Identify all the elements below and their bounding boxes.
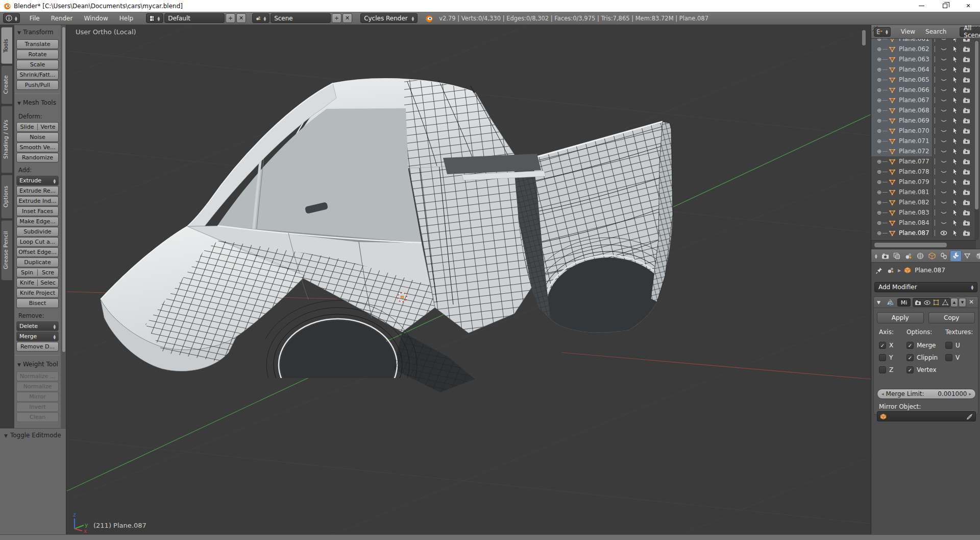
properties-tab-render[interactable] — [879, 250, 891, 262]
properties-tab-object[interactable] — [926, 250, 938, 262]
outliner-item-plane-072[interactable]: ⊕Plane.072 — [871, 146, 976, 156]
properties-tab-constraints[interactable] — [938, 250, 950, 262]
mirror-object-field[interactable] — [877, 411, 976, 421]
selectability-icon[interactable] — [949, 117, 961, 124]
outliner-menu-search[interactable]: Search — [920, 28, 951, 35]
renderability-icon[interactable] — [961, 158, 972, 165]
selectability-icon[interactable] — [949, 189, 961, 196]
slider-left-arrow-icon[interactable]: ◂ — [881, 391, 884, 396]
renderability-icon[interactable] — [961, 87, 972, 93]
outliner-item-plane-077[interactable]: ⊕Plane.077 — [871, 156, 976, 167]
expand-icon[interactable]: ⊕ — [876, 56, 883, 63]
properties-tab-object-data[interactable] — [962, 250, 973, 262]
selectability-icon[interactable] — [949, 168, 961, 175]
tool-button-push-pull[interactable]: Push/Pull — [16, 80, 59, 90]
layout-delete-button[interactable]: ✕ — [236, 13, 246, 23]
editor-type-button[interactable]: ▲▼ — [3, 13, 20, 23]
renderability-icon[interactable] — [961, 118, 972, 124]
visibility-off-icon[interactable] — [938, 139, 949, 144]
outliner-item-plane-062[interactable]: ⊕Plane.062 — [871, 44, 976, 54]
selectability-icon[interactable] — [949, 45, 961, 53]
renderability-icon[interactable] — [961, 189, 972, 195]
properties-tab-scene[interactable] — [903, 250, 915, 262]
checkbox-vertex[interactable]: ✓Vertex — [906, 364, 938, 376]
modifier-move-down-button[interactable]: ▼ — [959, 298, 966, 307]
renderability-icon[interactable] — [961, 66, 972, 73]
toolshelf-tab-shading-uvs[interactable]: Shading / UVs — [1, 106, 12, 173]
tool-button-knife-project[interactable]: Knife Project — [16, 288, 59, 298]
modifier-view-toggle[interactable] — [922, 300, 932, 305]
expand-icon[interactable]: ⊕ — [876, 138, 883, 145]
outliner-menu-view[interactable]: View — [896, 28, 920, 35]
expand-icon[interactable]: ⊕ — [876, 39, 883, 42]
tool-button-slide[interactable]: Slide — [17, 124, 38, 130]
outliner-hscrollbar[interactable] — [871, 240, 976, 249]
outliner-item-plane-064[interactable]: ⊕Plane.064 — [871, 64, 976, 75]
expand-icon[interactable]: ⊕ — [876, 158, 883, 165]
selectability-icon[interactable] — [949, 86, 961, 93]
selectability-icon[interactable] — [949, 127, 961, 134]
expand-icon[interactable]: ⊕ — [876, 87, 883, 93]
layout-icon-button[interactable]: ▲▼ — [146, 13, 163, 23]
timeline-header-strip[interactable] — [0, 534, 980, 540]
tool-button-inset-faces[interactable]: Inset Faces — [16, 206, 59, 216]
outliner-item-plane-063[interactable]: ⊕Plane.063 — [871, 54, 976, 64]
renderability-icon[interactable] — [961, 97, 972, 103]
modifier-delete-button[interactable]: ✕ — [969, 298, 974, 306]
visibility-off-icon[interactable] — [938, 190, 949, 195]
expand-icon[interactable]: ⊕ — [876, 148, 883, 155]
renderability-icon[interactable] — [961, 128, 972, 134]
checkbox-box[interactable]: ✓ — [906, 366, 914, 373]
checkbox-y[interactable]: Y — [879, 351, 894, 364]
visibility-off-icon[interactable] — [938, 129, 949, 133]
properties-tab-world[interactable] — [915, 250, 926, 262]
renderability-icon[interactable] — [961, 56, 972, 62]
visibility-off-icon[interactable] — [938, 98, 949, 103]
panel-header-weight-tool[interactable]: ▼Weight Tool — [14, 359, 61, 371]
visibility-off-icon[interactable] — [938, 119, 949, 123]
toolshelf-tab-options[interactable]: Options — [1, 175, 12, 219]
slider-right-arrow-icon[interactable]: ▸ — [969, 391, 971, 396]
checkbox-box[interactable] — [945, 354, 952, 361]
modifier-render-toggle[interactable] — [913, 300, 922, 306]
restore-button[interactable] — [933, 0, 957, 12]
tool-shelf-scrollbar[interactable] — [61, 25, 66, 428]
visibility-on-icon[interactable] — [938, 230, 949, 236]
checkbox-box[interactable] — [879, 366, 886, 373]
viewport-3d[interactable]: User Ortho (Local) ▼TransformTranslateRo… — [0, 25, 871, 534]
selectability-icon[interactable] — [949, 76, 961, 83]
expand-icon[interactable]: ⊕ — [876, 107, 883, 114]
outliner-item-plane-087[interactable]: ⊕Plane.087 — [871, 228, 976, 238]
eyedropper-icon[interactable] — [966, 413, 973, 420]
menu-render[interactable]: Render — [45, 15, 79, 22]
tool-button-extrude-re[interactable]: Extrude Re... — [16, 186, 59, 196]
modifier-header[interactable]: ▼ Mi ▲ ▼ ✕ — [874, 297, 978, 308]
selectability-icon[interactable] — [949, 229, 961, 237]
toolshelf-tab-grease-pencil[interactable]: Grease Pencil — [1, 220, 12, 280]
tool-button-noise[interactable]: Noise — [16, 132, 59, 142]
renderability-icon[interactable] — [961, 179, 972, 185]
corner-widget[interactable] — [872, 26, 878, 32]
expand-icon[interactable]: ⊕ — [876, 97, 883, 104]
outliner-item-plane-071[interactable]: ⊕Plane.071 — [871, 136, 976, 146]
properties-editor-type-button[interactable]: ▲▼ — [872, 253, 877, 259]
visibility-off-icon[interactable] — [938, 221, 949, 225]
tool-button-loop-cut-a[interactable]: Loop Cut a... — [16, 237, 59, 247]
copy-button[interactable]: Copy — [928, 312, 975, 323]
toolshelf-tab-tools[interactable]: Tools — [1, 27, 12, 64]
expand-icon[interactable]: ⊕ — [876, 128, 883, 134]
tool-button-bisect[interactable]: Bisect — [16, 298, 59, 308]
tool-button-remove-d[interactable]: Remove D... — [16, 342, 59, 351]
visibility-off-icon[interactable] — [938, 88, 949, 92]
menu-file[interactable]: File — [24, 15, 45, 22]
checkbox-box[interactable] — [945, 342, 952, 349]
modifier-move-up-button[interactable]: ▲ — [950, 298, 958, 307]
breadcrumb-object-name[interactable]: Plane.087 — [915, 267, 945, 274]
tool-button-offset-edge[interactable]: Offset Edge... — [16, 247, 59, 257]
checkbox-box[interactable]: ✓ — [906, 354, 914, 361]
visibility-off-icon[interactable] — [938, 39, 949, 41]
visibility-off-icon[interactable] — [938, 200, 949, 205]
close-button[interactable]: ✕ — [957, 0, 980, 12]
tool-button-spin[interactable]: Spin — [17, 269, 38, 276]
tool-button-shrink-fatt[interactable]: Shrink/Fatt... — [16, 70, 59, 80]
